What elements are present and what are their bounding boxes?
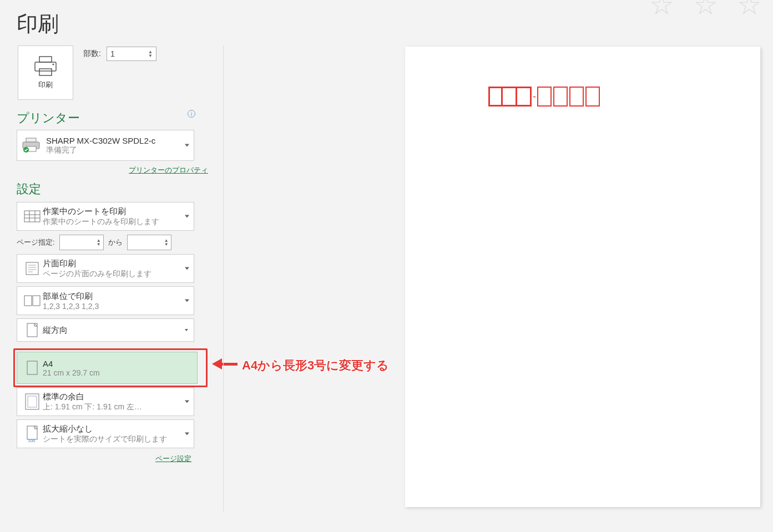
collate-sub: 1,2,3 1,2,3 1,2,3 xyxy=(43,302,189,311)
printer-name: SHARP MX-C302W SPDL2-c xyxy=(46,136,189,145)
scaling-sub: シートを実際のサイズで印刷します xyxy=(43,434,189,444)
copies-label: 部数: xyxy=(83,49,101,59)
paper-size-dropdown[interactable]: A4 21 cm x 29.7 cm xyxy=(17,352,198,384)
sheet-icon xyxy=(22,210,43,222)
paper-sub: 21 cm x 29.7 cm xyxy=(43,368,193,377)
collate-title: 部単位で印刷 xyxy=(43,291,189,302)
printer-dropdown[interactable]: SHARP MX-C302W SPDL2-c 準備完了 xyxy=(17,130,194,161)
printer-section-title: プリンター xyxy=(17,110,80,126)
svg-rect-0 xyxy=(39,57,52,62)
paper-title: A4 xyxy=(43,359,193,368)
printer-icon xyxy=(22,138,41,153)
margins-icon xyxy=(22,393,43,410)
orientation-title: 縦方向 xyxy=(43,325,189,336)
print-what-sub: 作業中のシートのみを印刷します xyxy=(43,217,189,227)
copies-input[interactable]: 1 ▲▼ xyxy=(107,47,156,61)
printer-large-icon xyxy=(33,55,58,78)
page-icon xyxy=(22,361,43,375)
print-what-dropdown[interactable]: 作業中のシートを印刷 作業中のシートのみを印刷します xyxy=(17,202,194,231)
margins-title: 標準の余白 xyxy=(43,392,189,402)
svg-rect-23 xyxy=(28,396,37,407)
scaling-title: 拡大縮小なし xyxy=(43,424,189,434)
margins-sub: 上: 1.91 cm 下: 1.91 cm 左… xyxy=(43,402,189,412)
svg-rect-21 xyxy=(27,361,37,374)
pages-from-input[interactable]: ▲▼ xyxy=(59,235,104,250)
collate-icon xyxy=(22,295,43,306)
svg-rect-8 xyxy=(24,211,40,222)
print-preview xyxy=(405,47,760,507)
chevron-down-icon xyxy=(185,215,189,218)
collate-dropdown[interactable]: 部単位で印刷 1,2,3 1,2,3 1,2,3 xyxy=(17,286,194,315)
decorative-stars: ☆ ☆ ☆ xyxy=(649,0,767,21)
page-title: 印刷 xyxy=(17,10,59,38)
pages-to-input[interactable]: ▲▼ xyxy=(127,235,171,250)
sides-dropdown[interactable]: 片面印刷 ページの片面のみを印刷します xyxy=(17,254,194,283)
page-setup-link[interactable]: ページ設定 xyxy=(155,454,191,464)
svg-text:100: 100 xyxy=(28,438,36,442)
chevron-down-icon xyxy=(185,144,189,147)
postal-code-boxes: - xyxy=(488,87,600,107)
svg-rect-4 xyxy=(26,138,36,142)
annotation-arrow xyxy=(212,358,238,369)
print-button-label: 印刷 xyxy=(38,80,53,90)
printer-status: 準備完了 xyxy=(46,145,189,155)
portrait-icon xyxy=(22,323,43,337)
print-what-title: 作業中のシートを印刷 xyxy=(43,206,189,217)
chevron-down-icon xyxy=(185,267,189,270)
settings-section-title: 設定 xyxy=(17,181,41,197)
svg-rect-1 xyxy=(35,62,56,71)
sides-sub: ページの片面のみを印刷します xyxy=(43,269,189,279)
info-icon[interactable]: i xyxy=(188,110,195,118)
divider xyxy=(223,45,224,511)
chevron-down-icon xyxy=(185,329,188,331)
scaling-icon: 100 xyxy=(22,425,43,442)
copies-value: 1 xyxy=(110,49,115,58)
print-button[interactable]: 印刷 xyxy=(18,45,73,100)
pages-label: ページ指定: xyxy=(17,237,55,247)
svg-rect-13 xyxy=(26,262,38,275)
printer-properties-link[interactable]: プリンターのプロパティ xyxy=(129,165,208,175)
svg-rect-18 xyxy=(24,296,32,306)
margins-dropdown[interactable]: 標準の余白 上: 1.91 cm 下: 1.91 cm 左… xyxy=(17,387,194,416)
pages-row: ページ指定: ▲▼ から ▲▼ xyxy=(17,234,194,251)
chevron-down-icon xyxy=(185,433,189,435)
chevron-down-icon xyxy=(185,300,189,302)
orientation-dropdown[interactable]: 縦方向 xyxy=(17,318,194,342)
svg-point-3 xyxy=(53,64,54,65)
svg-rect-2 xyxy=(39,69,52,75)
copies-spinner[interactable]: ▲▼ xyxy=(148,50,153,58)
sides-title: 片面印刷 xyxy=(43,259,189,269)
svg-rect-19 xyxy=(33,296,40,306)
annotation-text: A4から長形3号に変更する xyxy=(242,357,389,374)
one-side-icon xyxy=(22,261,43,276)
pages-to-label: から xyxy=(108,237,123,247)
chevron-down-icon xyxy=(185,401,189,403)
scaling-dropdown[interactable]: 100 拡大縮小なし シートを実際のサイズで印刷します xyxy=(17,419,194,448)
